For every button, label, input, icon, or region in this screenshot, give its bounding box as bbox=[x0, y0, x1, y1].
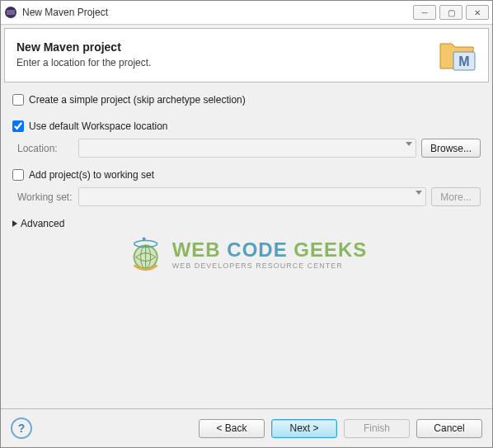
window-title: New Maven Project bbox=[22, 7, 413, 18]
browse-button[interactable]: Browse... bbox=[421, 139, 481, 158]
svg-point-6 bbox=[143, 237, 146, 240]
watermark-subtitle: WEB DEVELOPERS RESOURCE CENTER bbox=[172, 261, 368, 269]
working-set-field-label: Working set: bbox=[12, 191, 73, 203]
next-button[interactable]: Next > bbox=[271, 419, 337, 438]
page-subtitle: Enter a location for the project. bbox=[16, 57, 437, 68]
advanced-toggle[interactable]: Advanced bbox=[12, 218, 481, 229]
expand-icon bbox=[12, 220, 17, 227]
working-set-label: Add project(s) to working set bbox=[29, 169, 154, 181]
working-set-row: Add project(s) to working set bbox=[12, 169, 481, 181]
chevron-down-icon bbox=[416, 191, 422, 195]
maximize-button[interactable]: ▢ bbox=[439, 5, 462, 20]
wizard-footer: ? < Back Next > Finish Cancel bbox=[1, 408, 492, 447]
svg-point-3 bbox=[134, 245, 157, 268]
cancel-button[interactable]: Cancel bbox=[416, 419, 482, 438]
watermark-title: WEB CODE GEEKS bbox=[172, 238, 368, 261]
globe-icon bbox=[126, 233, 166, 273]
more-button: More... bbox=[431, 187, 481, 206]
default-workspace-row: Use default Workspace location bbox=[12, 120, 481, 132]
watermark: WEB CODE GEEKS WEB DEVELOPERS RESOURCE C… bbox=[126, 233, 368, 273]
advanced-label: Advanced bbox=[21, 218, 64, 229]
simple-project-row: Create a simple project (skip archetype … bbox=[12, 94, 481, 106]
working-set-subrow: Working set: More... bbox=[12, 187, 481, 206]
default-workspace-checkbox[interactable] bbox=[12, 120, 24, 132]
simple-project-label: Create a simple project (skip archetype … bbox=[29, 94, 246, 106]
window-controls: ─ ▢ ✕ bbox=[413, 5, 489, 20]
svg-point-4 bbox=[141, 245, 151, 268]
working-set-combo bbox=[78, 187, 426, 206]
dialog-window: New Maven Project ─ ▢ ✕ New Maven projec… bbox=[0, 0, 493, 448]
location-combo[interactable] bbox=[78, 139, 416, 158]
simple-project-checkbox[interactable] bbox=[12, 94, 24, 106]
location-label: Location: bbox=[12, 143, 73, 154]
maven-folder-icon: M bbox=[437, 37, 477, 72]
help-icon[interactable]: ? bbox=[11, 417, 32, 439]
titlebar: New Maven Project ─ ▢ ✕ bbox=[1, 1, 492, 25]
wizard-header: New Maven project Enter a location for t… bbox=[4, 28, 489, 83]
eclipse-icon bbox=[4, 6, 17, 19]
close-button[interactable]: ✕ bbox=[466, 5, 489, 20]
chevron-down-icon bbox=[406, 142, 412, 146]
wizard-body: Create a simple project (skip archetype … bbox=[1, 83, 492, 408]
working-set-checkbox[interactable] bbox=[12, 169, 24, 181]
back-button[interactable]: < Back bbox=[199, 419, 265, 438]
minimize-button[interactable]: ─ bbox=[413, 5, 436, 20]
svg-text:M: M bbox=[458, 54, 469, 68]
default-workspace-label: Use default Workspace location bbox=[29, 120, 168, 132]
location-row: Location: Browse... bbox=[12, 139, 481, 158]
page-title: New Maven project bbox=[16, 40, 437, 54]
finish-button: Finish bbox=[344, 419, 410, 438]
svg-point-5 bbox=[134, 240, 157, 247]
